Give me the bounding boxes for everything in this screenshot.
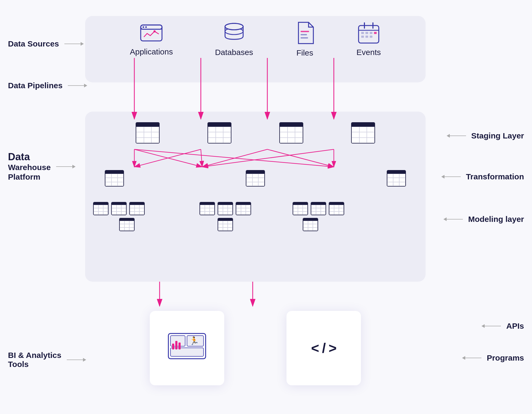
svg-point-4 [145, 26, 147, 28]
model-table-2a [200, 202, 215, 215]
svg-rect-16 [361, 32, 364, 34]
transform-table-1 [105, 170, 124, 187]
svg-rect-12 [359, 26, 379, 43]
model-group-2 [200, 202, 251, 231]
label-programs: Programs [463, 353, 524, 362]
svg-rect-11 [301, 37, 308, 39]
data-sources-text: Data Sources [8, 39, 59, 48]
svg-text:🏃: 🏃 [189, 336, 199, 346]
model-table-1c [129, 202, 145, 215]
model-group-1 [93, 202, 145, 231]
databases-icon [223, 22, 245, 44]
apis-text: APIs [506, 322, 524, 331]
svg-point-8 [225, 23, 243, 30]
data-pipelines-arrow [68, 85, 86, 86]
modeling-text: Modeling layer [468, 215, 524, 224]
transform-table-2 [246, 170, 265, 187]
model-table-3a [293, 202, 308, 215]
model-group-3 [293, 202, 344, 231]
source-events: Events [356, 22, 381, 57]
svg-rect-9 [301, 31, 309, 32]
staging-arrow [447, 136, 466, 136]
svg-point-3 [143, 26, 144, 28]
svg-rect-43 [172, 344, 174, 349]
main-diagram: Data Sources Data Pipelines Data Warehou… [0, 0, 532, 414]
programs-text: Programs [487, 353, 524, 362]
svg-rect-18 [370, 32, 372, 34]
bi-dashboard-icon: 🏃 [166, 331, 208, 365]
transform-row [88, 170, 423, 187]
code-symbol: < / > [311, 340, 336, 356]
source-icons-row: Applications Databases Files [88, 21, 423, 57]
apis-arrow [482, 326, 501, 326]
staging-table-3 [279, 122, 303, 143]
bi-text: BI & Analytics [8, 351, 61, 360]
model-table-3c [329, 202, 344, 215]
transform-table-3 [387, 170, 406, 187]
events-label: Events [356, 48, 381, 57]
files-icon [295, 21, 314, 45]
svg-rect-44 [175, 341, 177, 349]
svg-rect-10 [301, 34, 307, 35]
data-warehouse-text: Data [8, 151, 51, 163]
programs-arrow [463, 358, 481, 358]
svg-rect-45 [178, 343, 181, 349]
data-warehouse-arrow [56, 166, 75, 167]
model-table-3d [303, 218, 318, 231]
transformation-text: Transformation [466, 172, 524, 181]
label-data-warehouse: Data Warehouse Platform [8, 151, 75, 182]
label-data-sources: Data Sources [8, 39, 83, 48]
model-table-2b [218, 202, 233, 215]
modeling-arrow [444, 219, 463, 219]
staging-text: Staging Layer [471, 131, 524, 140]
source-databases: Databases [215, 22, 253, 57]
svg-rect-21 [365, 36, 368, 38]
bi-tools-row: 🏃 < / > [88, 311, 423, 385]
source-files: Files [295, 21, 314, 57]
model-table-3b [311, 202, 326, 215]
files-label: Files [296, 48, 313, 57]
label-transformation: Transformation [442, 172, 524, 181]
svg-rect-19 [374, 32, 377, 34]
applications-icon [140, 22, 163, 44]
bi-dashboard-box: 🏃 [150, 311, 224, 385]
events-icon [358, 22, 380, 44]
source-applications: Applications [130, 22, 173, 56]
databases-label: Databases [215, 48, 253, 57]
model-table-2c [236, 202, 251, 215]
svg-rect-17 [365, 32, 368, 34]
model-table-1b [111, 202, 127, 215]
programs-code-box: < / > [286, 311, 361, 385]
label-apis: APIs [482, 322, 524, 331]
staging-table-4 [351, 122, 375, 143]
data-pipelines-text: Data Pipelines [8, 81, 63, 90]
transformation-arrow [442, 176, 461, 177]
data-sources-arrow [64, 44, 83, 44]
model-table-1a [93, 202, 109, 215]
label-staging: Staging Layer [447, 131, 524, 140]
model-table-1d [119, 218, 135, 231]
applications-label: Applications [130, 47, 173, 56]
label-data-pipelines: Data Pipelines [8, 81, 86, 90]
staging-table-2 [207, 122, 231, 143]
model-table-2d [218, 218, 233, 231]
bi-arrow [67, 360, 85, 360]
label-bi-analytics: BI & Analytics Tools [8, 351, 85, 369]
staging-table-1 [136, 122, 160, 143]
svg-rect-22 [370, 36, 372, 38]
svg-rect-20 [361, 36, 364, 38]
label-modeling: Modeling layer [444, 215, 524, 224]
svg-point-5 [153, 30, 156, 32]
staging-row [88, 122, 423, 143]
